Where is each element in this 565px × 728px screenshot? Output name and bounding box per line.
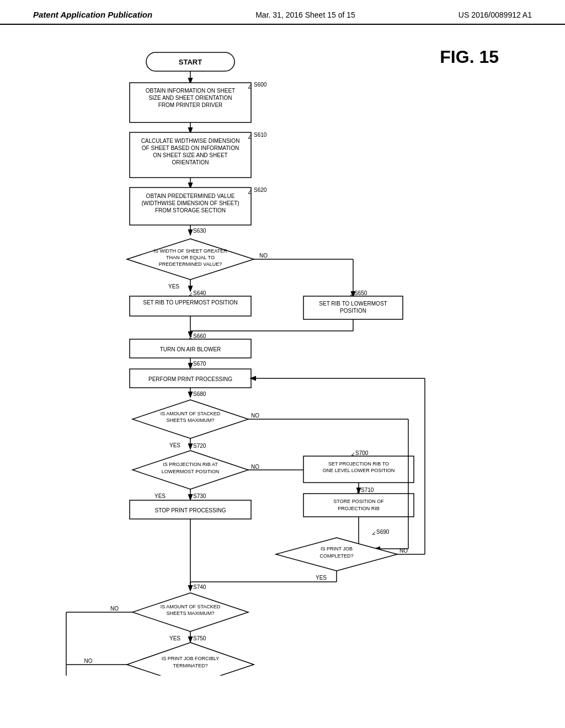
svg-text:SHEETS MAXIMUM?: SHEETS MAXIMUM? [166, 417, 214, 423]
svg-rect-75 [303, 494, 414, 517]
svg-text:S640: S640 [193, 290, 206, 296]
svg-text:SHEETS MAXIMUM?: SHEETS MAXIMUM? [166, 611, 214, 616]
svg-text:FROM STORAGE SECTION: FROM STORAGE SECTION [155, 207, 226, 213]
svg-text:PROJECTION RIB: PROJECTION RIB [338, 506, 380, 511]
svg-text:S700: S700 [355, 450, 369, 456]
svg-text:YES: YES [169, 635, 180, 641]
publication-label: Patent Application Publication [33, 10, 152, 19]
date-sheet-label: Mar. 31, 2016 Sheet 15 of 15 [255, 10, 355, 19]
svg-text:S600: S600 [254, 82, 267, 88]
svg-text:NO: NO [110, 606, 119, 612]
svg-text:S670: S670 [193, 361, 206, 367]
svg-text:NO: NO [84, 658, 93, 664]
svg-text:PERFORM PRINT PROCESSING: PERFORM PRINT PROCESSING [148, 376, 232, 382]
svg-text:START: START [179, 58, 202, 66]
svg-text:IS PROJECTION RIB AT: IS PROJECTION RIB AT [163, 462, 218, 467]
svg-text:TERMINATED?: TERMINATED? [173, 663, 208, 668]
svg-text:S730: S730 [193, 493, 206, 499]
svg-text:YES: YES [169, 442, 180, 448]
svg-text:YES: YES [168, 283, 179, 290]
svg-text:IS AMOUNT OF STACKED: IS AMOUNT OF STACKED [161, 604, 221, 609]
svg-text:THAN OR EQUAL TO: THAN OR EQUAL TO [166, 255, 215, 260]
svg-text:S710: S710 [361, 487, 374, 493]
svg-text:OF SHEET BASED ON INFORMATION: OF SHEET BASED ON INFORMATION [142, 145, 239, 151]
svg-text:IS WIDTH OF SHEET GREATER: IS WIDTH OF SHEET GREATER [153, 248, 227, 254]
svg-text:YES: YES [316, 575, 327, 581]
svg-text:ONE LEVEL LOWER POSITION: ONE LEVEL LOWER POSITION [323, 468, 395, 473]
svg-text:NO: NO [251, 464, 259, 470]
svg-text:POSITION: POSITION [340, 308, 366, 314]
svg-text:NO: NO [399, 548, 408, 554]
svg-text:YES: YES [154, 493, 166, 499]
svg-text:IS AMOUNT OF STACKED: IS AMOUNT OF STACKED [161, 411, 221, 416]
svg-text:COMPLETED?: COMPLETED? [319, 553, 353, 559]
svg-text:STORE POSITION OF: STORE POSITION OF [333, 499, 384, 504]
svg-text:S620: S620 [254, 187, 267, 193]
patent-number-label: US 2016/0089912 A1 [459, 10, 532, 19]
svg-text:SET RIB TO UPPERMOST POSITION: SET RIB TO UPPERMOST POSITION [143, 299, 238, 306]
svg-text:S660: S660 [193, 333, 206, 339]
flowchart-svg: START OBTAIN INFORMATION ON SHEET SIZE A… [33, 36, 519, 676]
svg-text:ON SHEET SIZE AND SHEET: ON SHEET SIZE AND SHEET [153, 152, 227, 158]
svg-text:SET RIB TO LOWERMOST: SET RIB TO LOWERMOST [319, 301, 387, 307]
svg-text:CALCULATE WIDTHWISE DIMENSION: CALCULATE WIDTHWISE DIMENSION [141, 138, 240, 144]
svg-text:ORIENTATION: ORIENTATION [172, 159, 209, 165]
svg-text:IS PRINT JOB: IS PRINT JOB [321, 546, 353, 552]
svg-text:LOWERMOST POSITION: LOWERMOST POSITION [162, 469, 219, 474]
svg-text:S720: S720 [193, 443, 206, 449]
svg-text:S690: S690 [376, 529, 390, 535]
page-header: Patent Application Publication Mar. 31, … [0, 0, 565, 25]
svg-text:SIZE AND SHEET ORIENTATION: SIZE AND SHEET ORIENTATION [148, 95, 232, 101]
svg-text:OBTAIN PREDETERMINED VALUE: OBTAIN PREDETERMINED VALUE [146, 193, 235, 199]
svg-text:S630: S630 [193, 228, 206, 234]
svg-text:FROM PRINTER DRIVER: FROM PRINTER DRIVER [158, 102, 223, 108]
svg-text:S610: S610 [254, 132, 267, 138]
svg-text:SET PROJECTION RIB TO: SET PROJECTION RIB TO [328, 461, 389, 467]
svg-text:S740: S740 [193, 584, 206, 590]
svg-text:S650: S650 [354, 290, 367, 296]
svg-text:(WIDTHWISE DIMENSION OF SHEET): (WIDTHWISE DIMENSION OF SHEET) [141, 200, 239, 206]
svg-text:IS PRINT JOB FORCIBLY: IS PRINT JOB FORCIBLY [162, 656, 220, 661]
svg-text:PREDETERMINED VALUE?: PREDETERMINED VALUE? [159, 261, 222, 267]
svg-text:OBTAIN INFORMATION ON SHEET: OBTAIN INFORMATION ON SHEET [146, 88, 235, 94]
diagram-area: FIG. 15 START OBTAIN INFORMATION ON SHEE… [0, 25, 565, 687]
svg-text:S680: S680 [193, 391, 206, 397]
svg-text:NO: NO [251, 413, 259, 419]
svg-text:STOP PRINT PROCESSING: STOP PRINT PROCESSING [155, 507, 226, 513]
svg-text:S750: S750 [193, 635, 206, 641]
svg-text:NO: NO [259, 253, 268, 259]
svg-text:TURN ON AIR BLOWER: TURN ON AIR BLOWER [160, 346, 221, 352]
